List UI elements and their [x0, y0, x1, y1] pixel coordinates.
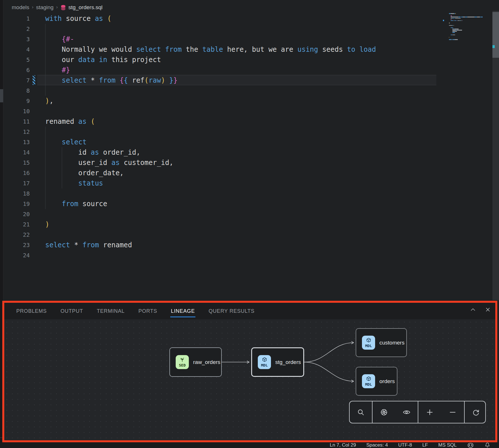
line-number[interactable]: 22: [3, 230, 30, 240]
line-number[interactable]: 3: [3, 34, 30, 44]
code-text: ): [45, 219, 49, 230]
minimap-line: [477, 17, 480, 17]
line-number[interactable]: 24: [3, 250, 30, 260]
breadcrumb: models›staging›stg_orders.sql: [12, 3, 102, 11]
status-item-lf[interactable]: LF: [422, 442, 428, 448]
code-line-17[interactable]: 17status: [3, 178, 493, 188]
line-number[interactable]: 10: [3, 106, 30, 116]
line-number[interactable]: 12: [3, 127, 30, 137]
line-number[interactable]: 5: [3, 55, 30, 65]
breadcrumb-item-staging[interactable]: staging: [36, 4, 54, 11]
code-line-16[interactable]: 16order_date,: [3, 168, 493, 178]
code-line-8[interactable]: 8: [3, 85, 493, 96]
minimap-line: [451, 19, 452, 20]
status-item-ln-7-col-29[interactable]: Ln 7, Col 29: [330, 442, 356, 448]
code-line-2[interactable]: 2: [3, 24, 493, 34]
code-line-14[interactable]: 14id as order_id,: [3, 147, 493, 158]
left-rail-thumb[interactable]: [0, 89, 3, 102]
line-number[interactable]: 17: [3, 178, 30, 188]
line-number[interactable]: 13: [3, 137, 30, 147]
code-line-18[interactable]: 18: [3, 188, 493, 199]
code-line-7[interactable]: 7select * from {{ ref(raw) }}: [3, 75, 493, 85]
node-label: raw_orders: [193, 359, 220, 365]
line-number[interactable]: 19: [3, 199, 30, 209]
line-number[interactable]: 4: [3, 44, 30, 55]
line-number[interactable]: 18: [3, 188, 30, 199]
chevron-up-icon[interactable]: [470, 306, 476, 313]
minimap-line: [454, 20, 456, 21]
panel-tab-query-results[interactable]: QUERY RESULTS: [209, 308, 254, 314]
code-text: select: [62, 137, 87, 147]
lineage-node-customers[interactable]: MDLcustomers: [356, 328, 407, 357]
node-badge-label: MDL: [261, 363, 268, 367]
search-button[interactable]: [353, 401, 369, 423]
toolbar-group: [464, 401, 487, 423]
panel-tab-problems[interactable]: PROBLEMS: [16, 308, 47, 314]
line-number[interactable]: 9: [3, 96, 30, 106]
line-number[interactable]: 14: [3, 147, 30, 158]
minimap-line: [467, 17, 475, 17]
line-number[interactable]: 20: [3, 209, 30, 219]
line-number[interactable]: 23: [3, 240, 30, 250]
copilot-status-button[interactable]: [467, 442, 474, 448]
aperture-icon: [380, 408, 388, 416]
toolbar-group: [418, 401, 464, 423]
code-line-9[interactable]: 9),: [3, 96, 493, 106]
code-line-23[interactable]: 23select * from renamed: [3, 240, 493, 250]
code-line-5[interactable]: 5our data in this project: [3, 55, 493, 65]
status-item-ms-sql[interactable]: MS SQL: [438, 442, 457, 448]
code-line-1[interactable]: 1with source as (: [3, 13, 493, 24]
breadcrumb-separator: ›: [56, 4, 58, 10]
panel-tab-output[interactable]: OUTPUT: [60, 308, 83, 314]
code-line-15[interactable]: 15user_id as customer_id,: [3, 158, 493, 168]
line-number[interactable]: 15: [3, 158, 30, 168]
line-number[interactable]: 8: [3, 85, 30, 96]
plus-button[interactable]: [422, 401, 438, 423]
code-area[interactable]: 1with source as (23{#-4Normally we would…: [3, 0, 499, 301]
lineage-node-stg_orders[interactable]: MDLstg_orders: [251, 347, 304, 377]
minimap[interactable]: [445, 11, 491, 46]
code-text: status: [78, 178, 103, 188]
code-line-11[interactable]: 11renamed as (: [3, 116, 493, 127]
lineage-node-orders[interactable]: MDLorders: [356, 367, 397, 396]
close-icon[interactable]: [485, 306, 491, 313]
line-number[interactable]: 16: [3, 168, 30, 178]
refresh-button[interactable]: [468, 401, 484, 423]
line-number[interactable]: 7: [3, 75, 30, 85]
lineage-node-raw_orders[interactable]: SEDraw_orders: [169, 347, 222, 377]
code-line-19[interactable]: 19from source: [3, 199, 493, 209]
code-line-3[interactable]: 3{#-: [3, 34, 493, 44]
overview-modified-marker: [492, 45, 495, 48]
breadcrumb-file[interactable]: stg_orders.sql: [60, 4, 102, 11]
eye-button[interactable]: [399, 401, 415, 423]
panel-tab-lineage[interactable]: LINEAGE: [171, 308, 195, 314]
code-line-22[interactable]: 22: [3, 230, 493, 240]
code-line-20[interactable]: 20: [3, 209, 493, 219]
line-number[interactable]: 2: [3, 24, 30, 34]
code-text: from source: [62, 199, 107, 209]
status-item-utf-8[interactable]: UTF-8: [398, 442, 412, 448]
indent-guide: [62, 178, 62, 188]
editor-scrollbar-thumb[interactable]: [492, 12, 499, 58]
panel-tab-terminal[interactable]: TERMINAL: [97, 308, 124, 314]
aperture-button[interactable]: [376, 401, 392, 423]
bell-status-button[interactable]: [484, 442, 490, 448]
code-line-12[interactable]: 12: [3, 127, 493, 137]
code-line-10[interactable]: 10: [3, 106, 493, 116]
minus-button[interactable]: [445, 401, 461, 423]
code-line-4[interactable]: 4Normally we would select from the table…: [3, 44, 493, 55]
line-number[interactable]: 21: [3, 219, 30, 230]
code-line-13[interactable]: 13select: [3, 137, 493, 147]
code-line-21[interactable]: 21): [3, 219, 493, 230]
code-line-6[interactable]: 6#}: [3, 65, 493, 75]
status-item-spaces-4[interactable]: Spaces: 4: [366, 442, 388, 448]
breadcrumb-item-models[interactable]: models: [12, 4, 29, 11]
line-number[interactable]: 1: [3, 13, 30, 24]
minimap-line: [457, 30, 462, 31]
line-number[interactable]: 11: [3, 116, 30, 127]
code-line-24[interactable]: 24: [3, 250, 493, 260]
breadcrumb-file-label: stg_orders.sql: [68, 4, 102, 11]
code-editor[interactable]: 1with source as (23{#-4Normally we would…: [3, 0, 499, 301]
panel-tab-ports[interactable]: PORTS: [138, 308, 157, 314]
line-number[interactable]: 6: [3, 65, 30, 75]
